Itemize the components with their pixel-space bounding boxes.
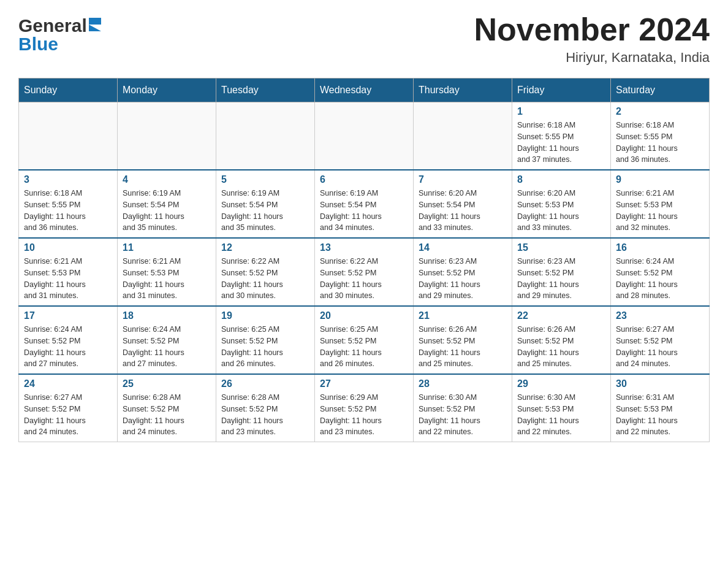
day-info: Sunrise: 6:25 AMSunset: 5:52 PMDaylight:… <box>320 324 408 370</box>
header-wednesday: Wednesday <box>315 79 414 102</box>
day-info: Sunrise: 6:22 AMSunset: 5:52 PMDaylight:… <box>320 256 408 302</box>
day-number: 14 <box>419 242 507 253</box>
day-info: Sunrise: 6:18 AMSunset: 5:55 PMDaylight:… <box>616 120 704 166</box>
calendar-week-1: 1Sunrise: 6:18 AMSunset: 5:55 PMDaylight… <box>19 102 710 170</box>
calendar-cell: 26Sunrise: 6:28 AMSunset: 5:52 PMDayligh… <box>216 374 315 442</box>
day-number: 20 <box>320 310 408 321</box>
day-info: Sunrise: 6:26 AMSunset: 5:52 PMDaylight:… <box>517 324 605 370</box>
calendar-cell: 14Sunrise: 6:23 AMSunset: 5:52 PMDayligh… <box>414 238 512 306</box>
calendar-cell <box>315 102 414 170</box>
calendar-cell: 9Sunrise: 6:21 AMSunset: 5:53 PMDaylight… <box>611 170 710 238</box>
calendar-cell: 1Sunrise: 6:18 AMSunset: 5:55 PMDaylight… <box>512 102 611 170</box>
page-header: General Blue November 2024 Hiriyur, Karn… <box>18 12 710 66</box>
day-number: 17 <box>24 310 112 321</box>
calendar-cell: 6Sunrise: 6:19 AMSunset: 5:54 PMDaylight… <box>315 170 414 238</box>
calendar-week-3: 10Sunrise: 6:21 AMSunset: 5:53 PMDayligh… <box>19 238 710 306</box>
day-number: 4 <box>123 174 211 185</box>
day-number: 16 <box>616 242 704 253</box>
calendar-cell: 13Sunrise: 6:22 AMSunset: 5:52 PMDayligh… <box>315 238 414 306</box>
day-info: Sunrise: 6:19 AMSunset: 5:54 PMDaylight:… <box>221 188 309 234</box>
day-number: 26 <box>221 378 309 389</box>
day-number: 12 <box>221 242 309 253</box>
day-number: 21 <box>419 310 507 321</box>
svg-marker-0 <box>89 18 101 25</box>
day-info: Sunrise: 6:23 AMSunset: 5:52 PMDaylight:… <box>419 256 507 302</box>
day-number: 7 <box>419 174 507 185</box>
calendar-cell <box>216 102 315 170</box>
day-number: 29 <box>517 378 605 389</box>
day-info: Sunrise: 6:30 AMSunset: 5:53 PMDaylight:… <box>517 392 605 438</box>
header-friday: Friday <box>512 79 611 102</box>
day-info: Sunrise: 6:28 AMSunset: 5:52 PMDaylight:… <box>123 392 211 438</box>
day-number: 18 <box>123 310 211 321</box>
calendar-week-4: 17Sunrise: 6:24 AMSunset: 5:52 PMDayligh… <box>19 306 710 374</box>
day-number: 24 <box>24 378 112 389</box>
day-info: Sunrise: 6:31 AMSunset: 5:53 PMDaylight:… <box>616 392 704 438</box>
day-number: 27 <box>320 378 408 389</box>
header-thursday: Thursday <box>414 79 512 102</box>
calendar-cell: 12Sunrise: 6:22 AMSunset: 5:52 PMDayligh… <box>216 238 315 306</box>
day-number: 23 <box>616 310 704 321</box>
logo-blue-text: Blue <box>18 34 58 55</box>
calendar-header-row: Sunday Monday Tuesday Wednesday Thursday… <box>19 79 710 102</box>
calendar-cell: 21Sunrise: 6:26 AMSunset: 5:52 PMDayligh… <box>414 306 512 374</box>
title-block: November 2024 Hiriyur, Karnataka, India <box>474 12 710 66</box>
day-info: Sunrise: 6:28 AMSunset: 5:52 PMDaylight:… <box>221 392 309 438</box>
page-subtitle: Hiriyur, Karnataka, India <box>474 50 710 66</box>
day-info: Sunrise: 6:20 AMSunset: 5:53 PMDaylight:… <box>517 188 605 234</box>
calendar-cell: 25Sunrise: 6:28 AMSunset: 5:52 PMDayligh… <box>118 374 216 442</box>
calendar-cell: 17Sunrise: 6:24 AMSunset: 5:52 PMDayligh… <box>19 306 118 374</box>
day-number: 10 <box>24 242 112 253</box>
day-number: 19 <box>221 310 309 321</box>
day-info: Sunrise: 6:24 AMSunset: 5:52 PMDaylight:… <box>616 256 704 302</box>
calendar-cell <box>19 102 118 170</box>
calendar-cell <box>414 102 512 170</box>
calendar-cell: 18Sunrise: 6:24 AMSunset: 5:52 PMDayligh… <box>118 306 216 374</box>
calendar-cell: 16Sunrise: 6:24 AMSunset: 5:52 PMDayligh… <box>611 238 710 306</box>
day-number: 9 <box>616 174 704 185</box>
day-number: 28 <box>419 378 507 389</box>
calendar-cell: 23Sunrise: 6:27 AMSunset: 5:52 PMDayligh… <box>611 306 710 374</box>
svg-marker-1 <box>89 25 101 31</box>
header-tuesday: Tuesday <box>216 79 315 102</box>
calendar-week-5: 24Sunrise: 6:27 AMSunset: 5:52 PMDayligh… <box>19 374 710 442</box>
day-info: Sunrise: 6:20 AMSunset: 5:54 PMDaylight:… <box>419 188 507 234</box>
day-number: 25 <box>123 378 211 389</box>
day-info: Sunrise: 6:19 AMSunset: 5:54 PMDaylight:… <box>320 188 408 234</box>
calendar-cell: 11Sunrise: 6:21 AMSunset: 5:53 PMDayligh… <box>118 238 216 306</box>
day-number: 2 <box>616 106 704 117</box>
day-number: 1 <box>517 106 605 117</box>
calendar-week-2: 3Sunrise: 6:18 AMSunset: 5:55 PMDaylight… <box>19 170 710 238</box>
day-info: Sunrise: 6:23 AMSunset: 5:52 PMDaylight:… <box>517 256 605 302</box>
calendar-cell: 8Sunrise: 6:20 AMSunset: 5:53 PMDaylight… <box>512 170 611 238</box>
day-number: 22 <box>517 310 605 321</box>
page-title: November 2024 <box>474 12 710 47</box>
logo: General Blue <box>18 12 101 55</box>
header-sunday: Sunday <box>19 79 118 102</box>
day-number: 8 <box>517 174 605 185</box>
calendar-table: Sunday Monday Tuesday Wednesday Thursday… <box>18 78 710 442</box>
calendar-cell: 4Sunrise: 6:19 AMSunset: 5:54 PMDaylight… <box>118 170 216 238</box>
logo-general-text: General <box>18 15 87 36</box>
day-number: 6 <box>320 174 408 185</box>
day-number: 15 <box>517 242 605 253</box>
day-info: Sunrise: 6:24 AMSunset: 5:52 PMDaylight:… <box>123 324 211 370</box>
day-info: Sunrise: 6:27 AMSunset: 5:52 PMDaylight:… <box>24 392 112 438</box>
calendar-cell: 29Sunrise: 6:30 AMSunset: 5:53 PMDayligh… <box>512 374 611 442</box>
day-number: 13 <box>320 242 408 253</box>
day-info: Sunrise: 6:27 AMSunset: 5:52 PMDaylight:… <box>616 324 704 370</box>
day-number: 5 <box>221 174 309 185</box>
calendar-cell: 2Sunrise: 6:18 AMSunset: 5:55 PMDaylight… <box>611 102 710 170</box>
day-info: Sunrise: 6:19 AMSunset: 5:54 PMDaylight:… <box>123 188 211 234</box>
day-info: Sunrise: 6:21 AMSunset: 5:53 PMDaylight:… <box>616 188 704 234</box>
day-info: Sunrise: 6:25 AMSunset: 5:52 PMDaylight:… <box>221 324 309 370</box>
day-info: Sunrise: 6:29 AMSunset: 5:52 PMDaylight:… <box>320 392 408 438</box>
calendar-cell: 3Sunrise: 6:18 AMSunset: 5:55 PMDaylight… <box>19 170 118 238</box>
day-info: Sunrise: 6:30 AMSunset: 5:52 PMDaylight:… <box>419 392 507 438</box>
day-info: Sunrise: 6:18 AMSunset: 5:55 PMDaylight:… <box>517 120 605 166</box>
day-info: Sunrise: 6:18 AMSunset: 5:55 PMDaylight:… <box>24 188 112 234</box>
day-info: Sunrise: 6:26 AMSunset: 5:52 PMDaylight:… <box>419 324 507 370</box>
header-saturday: Saturday <box>611 79 710 102</box>
calendar-cell: 30Sunrise: 6:31 AMSunset: 5:53 PMDayligh… <box>611 374 710 442</box>
day-number: 30 <box>616 378 704 389</box>
